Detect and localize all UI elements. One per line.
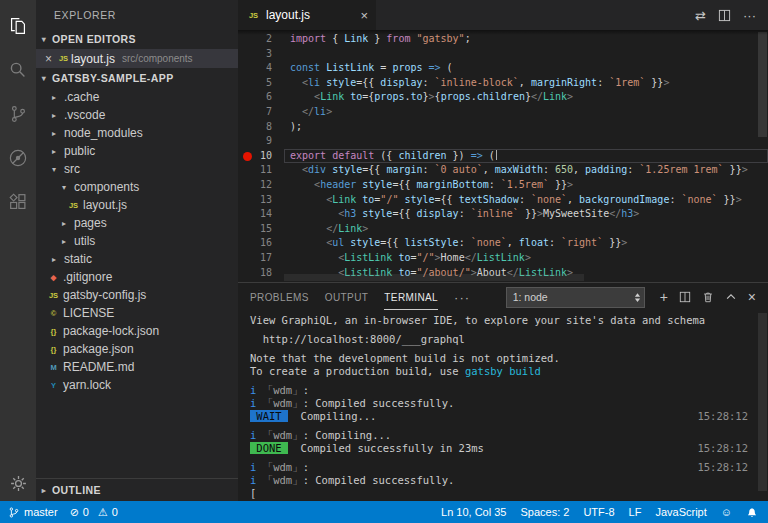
code-line-9[interactable]: 9: [238, 134, 768, 149]
tree-item-label: .vscode: [64, 108, 105, 122]
code-line-4[interactable]: 4const ListLink = props => (: [238, 61, 768, 76]
tree-item-label: public: [64, 144, 95, 158]
line-number[interactable]: 11: [238, 163, 284, 178]
code-line-11[interactable]: 11 <div style={{ margin: `0 auto`, maxWi…: [238, 163, 768, 178]
tab-output[interactable]: OUTPUT: [325, 285, 369, 309]
tree-folder-components[interactable]: ▾components: [36, 178, 238, 196]
license-file-icon: ©: [46, 309, 61, 318]
line-number[interactable]: 10: [238, 149, 284, 164]
line-number[interactable]: 14: [238, 207, 284, 222]
tree-folder-pages[interactable]: ▸pages: [36, 214, 238, 232]
indentation-indicator[interactable]: Spaces: 2: [520, 506, 569, 518]
search-icon[interactable]: [0, 48, 36, 92]
tree-file-yarn.lock[interactable]: Yyarn.lock: [36, 376, 238, 394]
terminal-lines: View GraphiQL, an in-browser IDE, to exp…: [250, 314, 768, 500]
tree-file-gatsby-config.js[interactable]: JSgatsby-config.js: [36, 286, 238, 304]
feedback-smiley-icon[interactable]: ☺: [721, 506, 732, 518]
debug-icon[interactable]: [0, 136, 36, 180]
tree-folder-.vscode[interactable]: ▸.vscode: [36, 106, 238, 124]
close-panel-icon[interactable]: ×: [748, 290, 756, 304]
outline-section-header[interactable]: ▸ OUTLINE: [36, 478, 238, 501]
editor-horizontal-scrollbar[interactable]: [284, 274, 584, 281]
close-icon[interactable]: ×: [41, 52, 56, 66]
code-line-12[interactable]: 12 <header style={{ marginBottom: `1.5re…: [238, 178, 768, 193]
terminal-scrollbar[interactable]: [758, 313, 767, 491]
tree-file-.gitignore[interactable]: ◆.gitignore: [36, 268, 238, 286]
tree-folder-.cache[interactable]: ▸.cache: [36, 88, 238, 106]
tree-file-README.md[interactable]: MREADME.md: [36, 358, 238, 376]
cursor-position-indicator[interactable]: Ln 10, Col 35: [441, 506, 506, 518]
terminal-link-line[interactable]: http://localhost:8000/___graphql: [250, 333, 768, 346]
line-number[interactable]: 5: [238, 76, 284, 91]
line-number[interactable]: 16: [238, 236, 284, 251]
settings-gear-icon[interactable]: [0, 474, 36, 493]
tab-problems[interactable]: PROBLEMS: [250, 285, 309, 309]
close-icon[interactable]: ×: [360, 8, 368, 23]
language-indicator[interactable]: JavaScript: [655, 506, 706, 518]
code-line-16[interactable]: 16 <ul style={{ listStyle: `none`, float…: [238, 236, 768, 251]
code-line-13[interactable]: 13 <Link to="/" style={{ textShadow: `no…: [238, 193, 768, 208]
terminal-selector[interactable]: 1: node: [506, 287, 645, 308]
line-number[interactable]: 7: [238, 105, 284, 120]
open-editors-header[interactable]: ▾ OPEN EDITORS: [36, 29, 238, 49]
code-line-7[interactable]: 7 </li>: [238, 105, 768, 120]
problems-indicator[interactable]: ⊘ 0 ⚠ 0: [70, 506, 118, 519]
code-text: const ListLink = props => (: [284, 61, 453, 76]
tree-file-package-lock.json[interactable]: {}package-lock.json: [36, 322, 238, 340]
editor-vertical-scrollbar[interactable]: [758, 32, 767, 137]
tree-folder-src[interactable]: ▾src: [36, 160, 238, 178]
tree-file-layout.js[interactable]: JSlayout.js: [36, 196, 238, 214]
line-number[interactable]: 8: [238, 120, 284, 135]
line-number[interactable]: 2: [238, 32, 284, 47]
line-number[interactable]: 9: [238, 134, 284, 149]
line-number[interactable]: 3: [238, 47, 284, 62]
more-actions-icon[interactable]: ···: [454, 290, 470, 305]
explorer-icon[interactable]: [0, 4, 36, 48]
extensions-icon[interactable]: [0, 180, 36, 224]
git-branch-indicator[interactable]: master: [8, 506, 58, 519]
kill-terminal-icon[interactable]: [702, 291, 714, 303]
code-line-2[interactable]: 2import { Link } from "gatsby";: [238, 32, 768, 47]
terminal-output[interactable]: View GraphiQL, an in-browser IDE, to exp…: [238, 311, 768, 501]
code-line-6[interactable]: 6 <Link to={props.to}>{props.children}</…: [238, 90, 768, 105]
open-editors-label: OPEN EDITORS: [52, 33, 136, 45]
source-control-icon[interactable]: [0, 92, 36, 136]
line-number[interactable]: 13: [238, 193, 284, 208]
code-line-10[interactable]: 10export default ({ children }) => (: [238, 149, 768, 164]
code-line-5[interactable]: 5 <li style={{ display: `inline-block`, …: [238, 76, 768, 91]
line-number[interactable]: 4: [238, 61, 284, 76]
line-number[interactable]: 6: [238, 90, 284, 105]
code-editor[interactable]: 2import { Link } from "gatsby";34const L…: [238, 30, 768, 282]
project-section-header[interactable]: ▾ GATSBY-SAMPLE-APP: [36, 68, 238, 88]
code-line-15[interactable]: 15 </Link>: [238, 222, 768, 237]
split-terminal-icon[interactable]: [679, 291, 691, 303]
encoding-indicator[interactable]: UTF-8: [583, 506, 614, 518]
wait-badge: WAIT: [250, 410, 288, 422]
split-editor-icon[interactable]: [718, 9, 731, 22]
line-number[interactable]: 12: [238, 178, 284, 193]
new-terminal-icon[interactable]: +: [660, 290, 668, 304]
tree-file-LICENSE[interactable]: ©LICENSE: [36, 304, 238, 322]
tree-folder-public[interactable]: ▸public: [36, 142, 238, 160]
code-line-8[interactable]: 8);: [238, 120, 768, 135]
open-editor-item-layout-js[interactable]: × JS layout.js src/components: [36, 49, 238, 68]
code-line-3[interactable]: 3: [238, 47, 768, 62]
code-line-14[interactable]: 14 <h3 style={{ display: `inline` }}>MyS…: [238, 207, 768, 222]
eol-indicator[interactable]: LF: [629, 506, 642, 518]
line-number[interactable]: 17: [238, 251, 284, 266]
line-number[interactable]: 15: [238, 222, 284, 237]
tab-terminal[interactable]: TERMINAL: [384, 285, 438, 310]
tree-folder-node_modules[interactable]: ▸node_modules: [36, 124, 238, 142]
code-line-17[interactable]: 17 <ListLink to="/">Home</ListLink>: [238, 251, 768, 266]
tree-file-package.json[interactable]: {}package.json: [36, 340, 238, 358]
tree-folder-static[interactable]: ▸static: [36, 250, 238, 268]
more-actions-icon[interactable]: ···: [743, 8, 756, 23]
tree-item-label: node_modules: [64, 126, 143, 140]
switch-editors-icon[interactable]: ⇄: [695, 8, 706, 23]
tab-layout-js[interactable]: JS layout.js ×: [238, 0, 376, 30]
line-number[interactable]: 18: [238, 266, 284, 281]
tree-folder-utils[interactable]: ▸utils: [36, 232, 238, 250]
notifications-bell-icon[interactable]: [746, 506, 758, 519]
breakpoint-dot[interactable]: [243, 152, 252, 161]
maximize-panel-icon[interactable]: [725, 291, 737, 303]
